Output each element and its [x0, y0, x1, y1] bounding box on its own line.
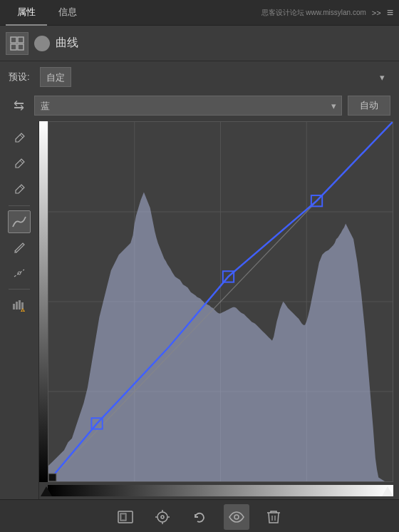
menu-icon[interactable]: ≡: [387, 6, 393, 19]
trash-icon-button[interactable]: [261, 504, 286, 530]
curve-area-wrapper: [39, 121, 393, 496]
top-bar: 属性 信息 思客设计论坛 www.missylan.com >> ≡: [0, 0, 399, 26]
curve-tool[interactable]: [8, 210, 31, 233]
svg-rect-29: [122, 515, 125, 519]
black-point-triangle[interactable]: [41, 486, 52, 496]
svg-rect-0: [11, 37, 16, 43]
pencil-tool[interactable]: [8, 236, 31, 259]
white-point-triangle[interactable]: [382, 486, 393, 496]
eyedropper-white-tool[interactable]: [8, 127, 31, 150]
svg-rect-2: [11, 44, 16, 50]
panel-title: 曲线: [56, 36, 78, 51]
svg-rect-10: [16, 302, 18, 310]
svg-line-4: [20, 135, 23, 138]
svg-line-5: [20, 160, 23, 163]
eyedropper-gray-tool[interactable]: [8, 153, 31, 175]
svg-point-8: [18, 272, 21, 275]
svg-rect-9: [13, 304, 15, 310]
channel-select-wrapper: 蓝: [34, 96, 342, 116]
svg-rect-26: [48, 474, 56, 481]
curve-panel: [39, 121, 399, 499]
circle-icon: [34, 36, 50, 51]
svg-point-30: [157, 512, 167, 522]
mask-icon-button[interactable]: [113, 504, 138, 530]
main-content: [0, 121, 399, 499]
tool-separator-1: [9, 205, 30, 206]
svg-rect-11: [19, 300, 21, 310]
preset-label: 预设:: [9, 71, 34, 83]
curve-canvas[interactable]: [48, 121, 393, 482]
histogram-warning-tool[interactable]: [8, 294, 31, 317]
reset-icon-button[interactable]: [187, 504, 212, 530]
svg-point-14: [23, 311, 24, 312]
bottom-toolbar: [0, 499, 399, 532]
target-icon-button[interactable]: [150, 504, 175, 530]
forward-icon[interactable]: >>: [372, 9, 381, 17]
gradient-bar-left: [39, 121, 48, 482]
preset-select-wrapper: 自定: [40, 67, 390, 87]
svg-rect-12: [21, 302, 24, 310]
auto-button[interactable]: 自动: [348, 96, 390, 116]
svg-rect-1: [18, 37, 24, 43]
left-toolbar: [0, 121, 39, 499]
tab-bar: 属性 信息: [6, 0, 88, 26]
channel-row: ⇆ 蓝 自动: [0, 93, 399, 121]
channel-swap-icon: ⇆: [9, 98, 28, 113]
gradient-bar-bottom: [48, 485, 393, 496]
preset-row: 预设: 自定: [0, 61, 399, 93]
svg-point-31: [161, 516, 164, 518]
tab-info[interactable]: 信息: [47, 0, 88, 26]
preset-select[interactable]: 自定: [40, 67, 71, 87]
smooth-tool[interactable]: [8, 262, 31, 285]
curve-svg: [48, 122, 393, 481]
grid-icon: [6, 32, 28, 55]
svg-line-6: [20, 186, 23, 189]
tool-separator-2: [9, 289, 30, 290]
top-bar-right: 思客设计论坛 www.missylan.com >> ≡: [261, 6, 393, 19]
eye-icon-button[interactable]: [224, 504, 249, 530]
site-text: 思客设计论坛 www.missylan.com: [261, 8, 366, 18]
channel-select[interactable]: 蓝: [34, 96, 342, 116]
tab-properties[interactable]: 属性: [6, 0, 47, 26]
eyedropper-black-tool[interactable]: [8, 178, 31, 201]
panel-title-row: 曲线: [0, 26, 399, 61]
svg-point-36: [234, 515, 239, 519]
svg-rect-3: [18, 44, 24, 50]
